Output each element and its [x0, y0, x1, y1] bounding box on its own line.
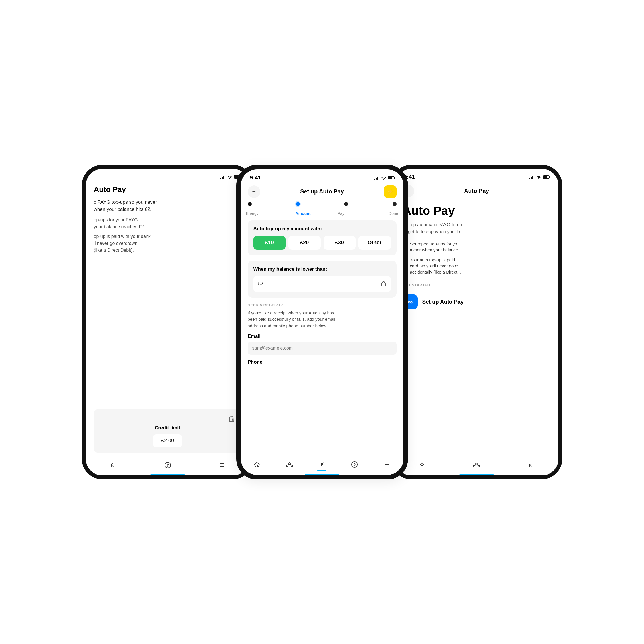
credit-amount: £2.00: [153, 434, 182, 447]
center-nav-meter[interactable]: [306, 461, 338, 468]
left-bottom-nav: £ ?: [86, 459, 249, 475]
center-body: Auto top-up my account with: £10 £20 £30…: [241, 220, 403, 458]
menu-icon: [384, 461, 391, 468]
svg-line-24: [475, 465, 476, 466]
right-battery-icon: [543, 175, 549, 179]
pound-nav-icon: £: [110, 462, 116, 469]
center-phone: 9:41 ←: [236, 165, 408, 479]
credit-card: Credit limit £2.00: [94, 409, 241, 453]
help-nav-icon: ?: [164, 462, 171, 469]
phone-label: Phone: [248, 359, 397, 365]
balance-section: When my balance is lower than: £2: [248, 261, 397, 298]
check-item-2: ✓ Your auto top-up is paid card, so you'…: [403, 257, 550, 275]
svg-text:?: ?: [354, 463, 356, 467]
receipt-text: If you'd like a receipt when your Auto P…: [248, 310, 397, 329]
amount-btn-10[interactable]: £10: [253, 236, 286, 250]
check-item-1: ✓ Set repeat top-ups for yo... meter whe…: [403, 241, 550, 253]
help-icon: ?: [351, 461, 358, 468]
left-desc-2: op-ups for your PAYG your balance reache…: [94, 217, 241, 230]
back-arrow-icon: ←: [251, 189, 257, 195]
svg-text:£: £: [111, 463, 114, 468]
receipt-heading: NEED A RECEIPT?: [248, 303, 397, 307]
home-indicator-right: [459, 474, 494, 475]
right-main-title: Auto Pay: [403, 204, 550, 217]
right-home-icon: [419, 462, 425, 469]
back-button[interactable]: ←: [248, 185, 260, 198]
setup-autopay-button[interactable]: ∞ Set up Auto Pay: [403, 294, 550, 309]
right-status-icons: [529, 175, 549, 179]
svg-point-7: [286, 465, 288, 467]
step-line-1: [252, 204, 296, 204]
step-dot-amount: [296, 202, 300, 206]
balance-input-row: £2: [253, 276, 391, 292]
svg-line-25: [477, 465, 478, 466]
scene: 9:41 Auto Pay c PAYG top-ups so y: [0, 0, 644, 644]
home-indicator-center: [305, 474, 339, 475]
amount-btn-30[interactable]: £30: [324, 236, 356, 250]
balance-value: £2: [258, 281, 263, 287]
home-indicator-left: [150, 474, 185, 475]
left-phone-title: Auto Pay: [94, 185, 241, 194]
left-status-bar: 9:41: [86, 169, 249, 182]
step-dot-done: [393, 202, 397, 206]
amount-btn-other[interactable]: Other: [358, 236, 391, 250]
svg-line-10: [288, 464, 289, 465]
step-label-energy: Energy: [246, 211, 284, 216]
auto-topup-title: Auto top-up my account with:: [253, 226, 391, 232]
check-text-1: Set repeat top-ups for yo... meter when …: [410, 241, 462, 253]
right-nav-pound[interactable]: £: [504, 462, 558, 469]
right-content: Auto Pay Set up automatic PAYG top-u... …: [395, 201, 558, 459]
lightning-button[interactable]: ⚡: [384, 185, 397, 198]
step-bar: [241, 202, 403, 210]
center-nav-home[interactable]: [241, 461, 274, 468]
check-list: ✓ Set repeat top-ups for yo... meter whe…: [403, 241, 550, 275]
infinity-icon: ∞: [408, 298, 412, 306]
lock-icon: [381, 280, 386, 288]
center-signal-icon: [374, 176, 379, 180]
svg-point-22: [476, 463, 477, 465]
step-dot-energy: [248, 202, 252, 206]
trash-icon[interactable]: [228, 415, 236, 423]
setup-btn-label: Set up Auto Pay: [422, 299, 464, 305]
right-bottom-nav: £: [395, 459, 558, 475]
left-phone: 9:41 Auto Pay c PAYG top-ups so y: [82, 165, 253, 479]
receipt-section: NEED A RECEIPT? If you'd like a receipt …: [248, 303, 397, 365]
left-desc-1: c PAYG top-ups so you never when your ba…: [94, 199, 241, 213]
svg-point-9: [291, 465, 293, 467]
step-label-done: Done: [360, 211, 398, 216]
step-labels: Energy Amount Pay Done: [241, 210, 403, 220]
nav-item-help[interactable]: ?: [140, 462, 195, 469]
svg-text:£: £: [529, 463, 532, 469]
right-nav-network[interactable]: [449, 462, 504, 468]
center-status-bar: 9:41: [241, 169, 403, 183]
center-battery-icon: [388, 176, 394, 179]
right-network-icon: [473, 462, 481, 468]
right-description: Set up automatic PAYG top-u... forget to…: [403, 221, 550, 235]
check-text-2: Your auto top-up is paid card, so you'll…: [410, 257, 463, 275]
left-desc-3: op-up is paid with your bank ll never go…: [94, 233, 241, 254]
right-phone: 9:41 ←: [391, 165, 562, 479]
nav-item-pound[interactable]: £: [86, 462, 140, 469]
step-label-amount: Amount: [284, 211, 322, 216]
signal-icon: [220, 175, 225, 179]
right-page-title: Auto Pay: [414, 188, 539, 194]
email-input[interactable]: [248, 342, 397, 355]
right-signal-icon: [529, 175, 534, 179]
center-nav-help[interactable]: ?: [338, 461, 371, 468]
amount-options: £10 £20 £30 Other: [253, 236, 391, 250]
auto-topup-section: Auto top-up my account with: £10 £20 £30…: [248, 220, 397, 255]
center-wifi-icon: [381, 176, 386, 180]
svg-point-23: [478, 465, 480, 467]
svg-line-11: [290, 464, 291, 465]
svg-point-8: [289, 463, 290, 464]
center-nav-network[interactable]: [273, 462, 306, 467]
home-icon: [253, 461, 260, 468]
page-title: Set up Auto Pay: [260, 188, 384, 195]
amount-btn-20[interactable]: £20: [288, 236, 321, 250]
center-nav-menu[interactable]: [371, 461, 403, 468]
center-bottom-nav: ?: [241, 458, 403, 475]
step-line-3: [348, 204, 393, 204]
right-pound-icon: £: [528, 462, 534, 469]
right-status-bar: 9:41: [395, 169, 558, 183]
svg-point-21: [473, 465, 475, 467]
